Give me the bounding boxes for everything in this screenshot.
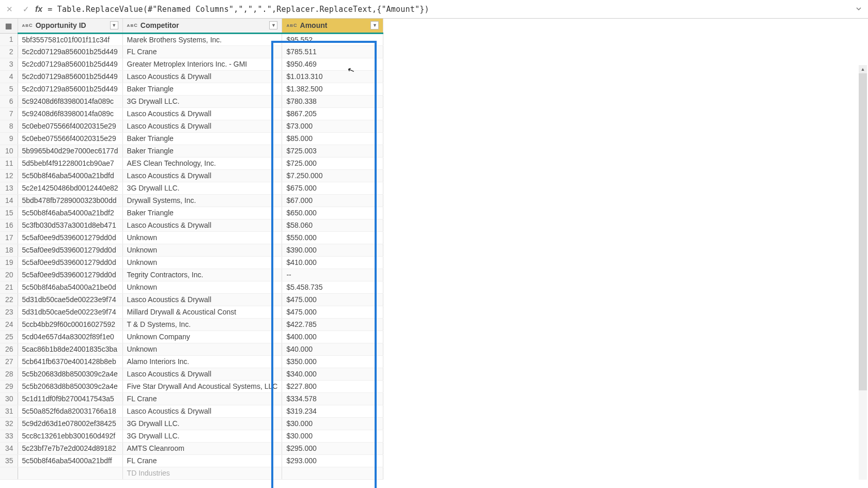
cell-amount[interactable]: $319.234	[282, 405, 383, 417]
cell-opportunity-id[interactable]: 5c50b8f46aba54000a21bdff	[18, 454, 122, 467]
cell-amount[interactable]: $30.000	[282, 417, 383, 430]
cell-competitor[interactable]: T & D Systems, Inc.	[122, 318, 282, 330]
cell-opportunity-id[interactable]: 5c92408d6f83980014fa089c	[18, 107, 122, 120]
cell-amount[interactable]: $85.000	[282, 132, 383, 145]
cell-amount[interactable]: $5.458.735	[282, 281, 383, 293]
table-row[interactable]: 2 5c2cd07129a856001b25d449 FL Crane $785…	[0, 45, 383, 58]
cell-amount[interactable]: $475.000	[282, 293, 383, 306]
filter-chevron-icon[interactable]: ▼	[110, 21, 118, 29]
table-row[interactable]: 3 5c2cd07129a856001b25d449 Greater Metro…	[0, 58, 383, 70]
cell-amount[interactable]: $410.000	[282, 256, 383, 269]
cell-amount[interactable]: $867.205	[282, 107, 383, 120]
cell-opportunity-id[interactable]: 5c50b8f46aba54000a21be0d	[18, 281, 122, 293]
cell-competitor[interactable]: Tegrity Contractors, Inc.	[122, 269, 282, 281]
cell-competitor[interactable]: Lasco Acoustics & Drywall	[122, 219, 282, 231]
cell-amount[interactable]: $390.000	[282, 244, 383, 256]
table-row[interactable]: 20 5c5af0ee9d5396001279dd0d Tegrity Cont…	[0, 269, 383, 281]
cell-competitor[interactable]: Lasco Acoustics & Drywall	[122, 120, 282, 132]
cell-opportunity-id[interactable]: 5c5af0ee9d5396001279dd0d	[18, 231, 122, 244]
cell-competitor[interactable]: 3G Drywall LLC.	[122, 430, 282, 442]
cell-competitor[interactable]: Lasco Acoustics & Drywall	[122, 70, 282, 83]
cell-amount[interactable]: $67.000	[282, 194, 383, 207]
table-row[interactable]: 27 5cb641fb6370e4001428b8eb Alamo Interi…	[0, 355, 383, 368]
cell-opportunity-id[interactable]: 5c92408d6f83980014fa089c	[18, 95, 122, 107]
table-row[interactable]: 25 5cd04e657d4a83002f89f1e0 Unknown Comp…	[0, 330, 383, 343]
cell-opportunity-id[interactable]: 5c2cd07129a856001b25d449	[18, 45, 122, 58]
table-row[interactable]: 7 5c92408d6f83980014fa089c Lasco Acousti…	[0, 107, 383, 120]
table-row[interactable]: 23 5d31db50cae5de00223e9f74 Millard Dryw…	[0, 306, 383, 318]
cell-opportunity-id[interactable]: 5c50b8f46aba54000a21bdf2	[18, 207, 122, 219]
formula-cancel-icon[interactable]: ✕	[2, 2, 17, 17]
cell-competitor[interactable]: Lasco Acoustics & Drywall	[122, 293, 282, 306]
cell-amount[interactable]: $30.000	[282, 430, 383, 442]
cell-competitor[interactable]: Marek Brothers Systems, Inc.	[122, 33, 282, 45]
cell-opportunity-id[interactable]: 5d31db50cae5de00223e9f74	[18, 306, 122, 318]
cell-amount[interactable]: $1.382.500	[282, 83, 383, 95]
formula-commit-icon[interactable]: ✓	[19, 2, 33, 17]
table-row[interactable]: 35 5c50b8f46aba54000a21bdff FL Crane $29…	[0, 454, 383, 467]
cell-amount[interactable]: $7.250.000	[282, 169, 383, 182]
table-row[interactable]: 33 5cc8c13261ebb300160d492f 3G Drywall L…	[0, 430, 383, 442]
cell-opportunity-id[interactable]: 5c3fb030d537a3001d8eb471	[18, 219, 122, 231]
cell-opportunity-id[interactable]: 5bdb478fb7289000323b00dd	[18, 194, 122, 207]
filter-chevron-icon[interactable]: ▼	[370, 21, 379, 29]
column-header-opportunity-id[interactable]: ABC Opportunity ID ▼	[18, 19, 122, 33]
table-row[interactable]: 21 5c50b8f46aba54000a21be0d Unknown $5.4…	[0, 281, 383, 293]
cell-amount[interactable]: $785.511	[282, 45, 383, 58]
cell-opportunity-id[interactable]: 5d31db50cae5de00223e9f74	[18, 293, 122, 306]
scroll-track[interactable]	[859, 73, 867, 480]
filter-chevron-icon[interactable]: ▼	[269, 21, 277, 29]
cell-opportunity-id[interactable]: 5ccb4bb29f60c00016027592	[18, 318, 122, 330]
cell-opportunity-id[interactable]: 5c2cd07129a856001b25d449	[18, 70, 122, 83]
table-row[interactable]: 4 5c2cd07129a856001b25d449 Lasco Acousti…	[0, 70, 383, 83]
cell-competitor[interactable]: AES Clean Technology, Inc.	[122, 157, 282, 169]
table-row[interactable]: 11 5d5bebf4f91228001cb90ae7 AES Clean Te…	[0, 157, 383, 169]
cell-competitor[interactable]: Unknown	[122, 231, 282, 244]
table-row[interactable]: 8 5c0ebe075566f40020315e29 Lasco Acousti…	[0, 120, 383, 132]
formula-bar[interactable]: ✕ ✓ fx = Table.ReplaceValue(#"Renamed Co…	[0, 0, 868, 19]
table-row[interactable]: 15 5c50b8f46aba54000a21bdf2 Baker Triang…	[0, 207, 383, 219]
table-row[interactable]: 18 5c5af0ee9d5396001279dd0d Unknown $390…	[0, 244, 383, 256]
scroll-thumb[interactable]	[859, 73, 867, 390]
cell-amount[interactable]: $422.785	[282, 318, 383, 330]
cell-competitor[interactable]: Unknown	[122, 256, 282, 269]
table-row[interactable]: TD Industries	[0, 467, 383, 479]
column-header-amount[interactable]: ABC Amount ▼	[282, 19, 383, 33]
cell-amount[interactable]: $340.000	[282, 368, 383, 380]
cell-opportunity-id[interactable]: 5c1d11df0f9b2700417543a5	[18, 392, 122, 405]
cell-competitor[interactable]: Baker Triangle	[122, 83, 282, 95]
cell-opportunity-id[interactable]: 5c2e14250486bd0012440e82	[18, 182, 122, 194]
table-row[interactable]: 22 5d31db50cae5de00223e9f74 Lasco Acoust…	[0, 293, 383, 306]
table-row[interactable]: 29 5c5b20683d8b8500309c2a4e Five Star Dr…	[0, 380, 383, 392]
cell-amount[interactable]: $293.000	[282, 454, 383, 467]
cell-competitor[interactable]: 3G Drywall LLC.	[122, 417, 282, 430]
cell-competitor[interactable]: Lasco Acoustics & Drywall	[122, 169, 282, 182]
cell-opportunity-id[interactable]: 5c50a852f6da820031766a18	[18, 405, 122, 417]
table-row[interactable]: 30 5c1d11df0f9b2700417543a5 FL Crane $33…	[0, 392, 383, 405]
cell-opportunity-id[interactable]: 5c5af0ee9d5396001279dd0d	[18, 244, 122, 256]
cell-competitor[interactable]: Five Star Drywall And Acoustical Systems…	[122, 380, 282, 392]
cell-opportunity-id[interactable]: 5b9965b40d29e7000ec6177d	[18, 145, 122, 157]
table-row[interactable]: 32 5c9d2d63d1e078002ef38425 3G Drywall L…	[0, 417, 383, 430]
cell-amount[interactable]: --	[282, 269, 383, 281]
table-row[interactable]: 10 5b9965b40d29e7000ec6177d Baker Triang…	[0, 145, 383, 157]
table-row[interactable]: 31 5c50a852f6da820031766a18 Lasco Acoust…	[0, 405, 383, 417]
table-row[interactable]: 5 5c2cd07129a856001b25d449 Baker Triangl…	[0, 83, 383, 95]
cell-amount[interactable]: $1.013.310	[282, 70, 383, 83]
cell-amount[interactable]: $475.000	[282, 306, 383, 318]
cell-opportunity-id[interactable]: 5c0ebe075566f40020315e29	[18, 120, 122, 132]
cell-opportunity-id[interactable]: 5c5b20683d8b8500309c2a4e	[18, 368, 122, 380]
cell-opportunity-id[interactable]: 5c50b8f46aba54000a21bdfd	[18, 169, 122, 182]
cell-opportunity-id[interactable]: 5c2cd07129a856001b25d449	[18, 83, 122, 95]
table-row[interactable]: 19 5c5af0ee9d5396001279dd0d Unknown $410…	[0, 256, 383, 269]
cell-competitor[interactable]: Drywall Systems, Inc.	[122, 194, 282, 207]
cell-amount[interactable]: $725.000	[282, 157, 383, 169]
cell-amount[interactable]: $295.000	[282, 442, 383, 454]
cell-amount[interactable]: $780.338	[282, 95, 383, 107]
table-row[interactable]: 26 5cac86b1b8de24001835c3ba Unknown $40.…	[0, 343, 383, 355]
table-corner[interactable]: ▦	[0, 19, 18, 33]
cell-competitor[interactable]: Greater Metroplex Interiors Inc. - GMI	[122, 58, 282, 70]
cell-competitor[interactable]: 3G Drywall LLC.	[122, 95, 282, 107]
cell-amount[interactable]: $227.800	[282, 380, 383, 392]
cell-opportunity-id[interactable]: 5bf3557581c01f001f11c34f	[18, 33, 122, 45]
